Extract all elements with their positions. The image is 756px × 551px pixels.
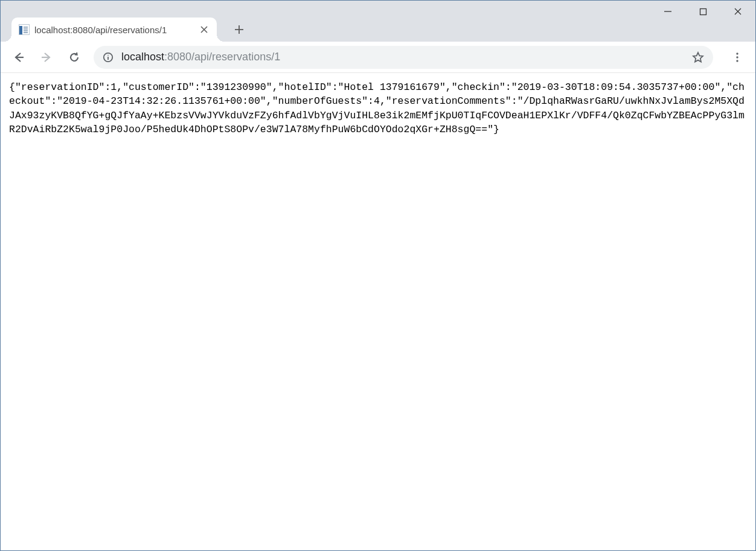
back-button[interactable] [7,45,31,69]
page-content: {"reservationID":1,"customerID":"1391230… [1,73,755,144]
svg-rect-1 [700,8,706,14]
browser-toolbar: localhost:8080/api/reservations/1 [1,42,755,73]
page-favicon [19,24,30,35]
browser-tab[interactable]: localhost:8080/api/reservations/1 [11,18,217,42]
close-window-button[interactable] [720,1,755,22]
browser-titlebar: localhost:8080/api/reservations/1 [1,1,755,42]
url-host: localhost [121,51,164,63]
window-controls [650,1,755,22]
close-tab-button[interactable] [199,24,210,35]
browser-menu-button[interactable] [725,45,749,69]
tab-title: localhost:8080/api/reservations/1 [34,25,194,35]
new-tab-button[interactable] [230,21,248,39]
maximize-button[interactable] [685,1,720,22]
bookmark-button[interactable] [691,51,705,64]
svg-marker-13 [693,53,703,62]
svg-point-14 [736,53,738,54]
url-path: :8080/api/reservations/1 [164,51,280,63]
address-bar[interactable]: localhost:8080/api/reservations/1 [94,46,713,69]
svg-point-16 [736,60,738,62]
svg-point-12 [107,54,109,56]
url-text: localhost:8080/api/reservations/1 [121,51,684,63]
tab-strip: localhost:8080/api/reservations/1 [1,15,755,42]
minimize-button[interactable] [650,1,685,22]
site-info-icon[interactable] [102,51,114,63]
forward-button[interactable] [34,45,59,69]
svg-point-15 [736,56,738,58]
reload-button[interactable] [62,45,86,69]
